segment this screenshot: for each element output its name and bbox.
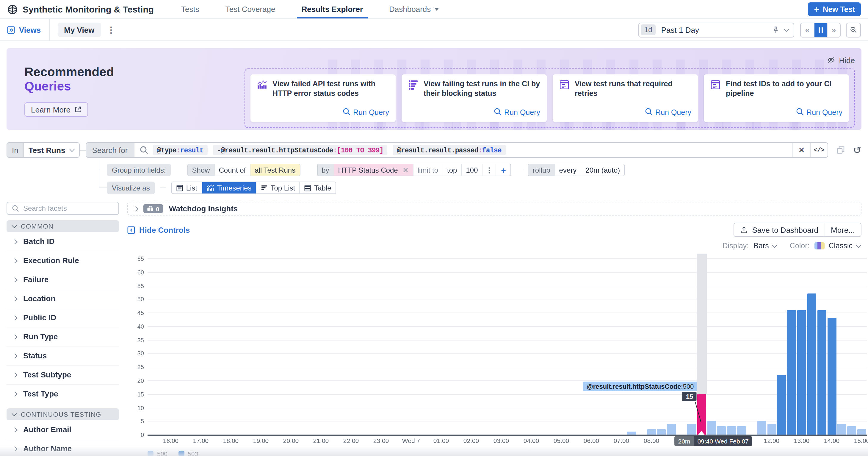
chart-bar-0920-500[interactable] [687,424,696,434]
facet-item-test-type[interactable]: Test Type [6,384,119,403]
recommended-query-card[interactable]: View test runs that required retriesRun … [553,75,698,122]
chevron-down-icon[interactable] [784,27,789,32]
sort-options-icon[interactable]: ⋮ [482,164,496,176]
chart-bar-1320-503[interactable] [807,293,816,434]
chart-bar-1240-503[interactable] [787,310,796,434]
color-select[interactable]: Classic [814,242,860,250]
chart-bar-0840-500[interactable] [667,424,676,434]
hide-recommended-button[interactable]: Hide [827,56,855,64]
zoom-out-button[interactable] [846,22,861,37]
query-token[interactable]: -@result.result.httpStatusCode:[100 TO 3… [213,145,388,155]
chart-bar-1020-500[interactable] [717,427,726,434]
scrub-back-button[interactable]: « [801,23,814,37]
run-query-button[interactable]: Run Query [342,108,389,117]
facet-item-status[interactable]: Status [6,346,119,365]
remove-field-icon[interactable]: ✕ [403,166,409,174]
views-panel-toggle[interactable]: Views [7,25,41,34]
chart-bar-1140-500[interactable] [757,421,766,434]
facet-item-run-type[interactable]: Run Type [6,327,119,346]
current-view-chip[interactable]: My View [57,23,101,37]
code-view-button[interactable]: </> [810,143,828,157]
chevron-right-icon [12,391,18,396]
search-scope-select[interactable]: In Test Runs [6,142,80,158]
facet-item-test-subtype[interactable]: Test Subtype [6,365,119,384]
clear-search-button[interactable]: ✕ [793,143,810,157]
rollup-interval-select[interactable]: 20m (auto) [581,164,624,176]
chart-bar-1220-503[interactable] [777,375,786,434]
facet-item-batch-id[interactable]: Batch ID [6,232,119,251]
chart-bar-1440-500[interactable] [847,427,856,434]
synthetics-logo-icon [7,4,18,15]
chart-bar-0800-500[interactable] [647,429,656,434]
chart-bar-0820-500[interactable] [657,429,666,434]
x-axis-tick: 01:00 [428,437,454,444]
pin-icon[interactable] [772,26,779,33]
copy-query-button[interactable] [836,146,845,154]
aggregation-target-select[interactable]: all Test Runs [250,164,300,176]
new-test-button[interactable]: + New Test [808,2,861,16]
search-input[interactable]: Search for @type:result-@result.result.h… [85,142,828,158]
view-options-kebab[interactable]: ⋮ [107,25,115,34]
scrub-forward-button[interactable]: » [827,23,840,37]
facet-section-common[interactable]: COMMON [6,220,119,232]
facet-item-public-id[interactable]: Public ID [6,308,119,327]
chart-bar-0720-500[interactable] [627,432,636,434]
save-to-dashboard-button[interactable]: Save to Dashboard [734,223,824,236]
learn-more-button[interactable]: Learn More [24,103,88,117]
chart-bar-1100-500[interactable] [737,427,746,434]
facet-search-input[interactable]: Search facets [6,202,119,215]
pause-button[interactable] [814,23,827,37]
legend-item-500[interactable]: 500 [148,450,167,456]
hover-axis-notch [698,431,705,435]
facet-item-execution-rule[interactable]: Execution Rule [6,251,119,270]
close-icon: ✕ [798,146,805,154]
facet-item-author-name[interactable]: Author Name [6,439,119,456]
aggregation-select[interactable]: Count of [214,164,250,176]
recommended-query-card[interactable]: View failed API test runs with HTTP erro… [250,75,396,122]
time-range-picker[interactable]: 1d Past 1 Day [638,22,794,37]
facet-item-failure[interactable]: Failure [6,270,119,289]
group-into-fields-label: Group into fields: [107,164,170,176]
facet-section-continuous-testing[interactable]: CONTINUOUS TESTING [6,408,119,420]
facet-item-location[interactable]: Location [6,289,119,308]
run-query-button[interactable]: Run Query [796,108,842,117]
tab-dashboards[interactable]: Dashboards [384,0,444,19]
reset-query-button[interactable]: ↺ [853,145,862,155]
chart-bar-1040-500[interactable] [727,427,736,434]
recommended-query-card[interactable]: Find test IDs to add to your CI pipeline… [704,75,849,122]
add-group-by-button[interactable]: + [496,164,511,176]
facet-item-author-email[interactable]: Author Email [6,420,119,439]
chart-bar-1420-500[interactable] [837,424,846,434]
watchdog-insights-row[interactable]: 0 Watchdog Insights [127,202,862,216]
viz-option-timeseries[interactable]: Timeseries [202,182,255,194]
viz-option-top-list[interactable]: Top List [256,182,300,194]
group-by-field-chip[interactable]: HTTP Status Code ✕ [334,164,413,176]
chart-bar-1500-500[interactable] [857,429,866,434]
limit-direction-select[interactable]: top [442,164,461,176]
gridline [148,407,867,408]
viz-option-table[interactable]: Table [299,182,335,194]
chart-bar-1400-503[interactable] [827,318,836,434]
hide-controls-button[interactable]: Hide Controls [127,225,190,234]
run-query-button[interactable]: Run Query [645,108,691,117]
timeseries-chart[interactable]: 500503 0510152025303540455055606516:0017… [127,252,862,456]
run-query-button[interactable]: Run Query [494,108,540,117]
chart-bar-1340-503[interactable] [817,310,826,434]
tab-test-coverage[interactable]: Test Coverage [221,0,280,19]
recommended-query-card[interactable]: View failing test runs in the CI by thei… [402,75,547,122]
query-token[interactable]: @result.result.passed:false [393,145,506,155]
eye-off-icon [827,56,836,64]
query-token[interactable]: @type:result [153,145,207,155]
chart-bar-1200-500[interactable] [767,424,776,434]
limit-value-input[interactable]: 100 [461,164,482,176]
tab-results-explorer[interactable]: Results Explorer [297,0,368,19]
y-axis-tick: 10 [127,404,144,411]
display-select[interactable]: Bars [753,242,776,250]
legend-item-503[interactable]: 503 [178,450,198,456]
magnifier-minus-icon [850,26,857,34]
chart-bar-1000-500[interactable] [707,421,716,434]
chart-bar-1300-503[interactable] [797,310,806,434]
viz-option-list[interactable]: List [172,182,202,194]
more-button[interactable]: More... [824,223,861,236]
tab-tests[interactable]: Tests [176,0,204,19]
